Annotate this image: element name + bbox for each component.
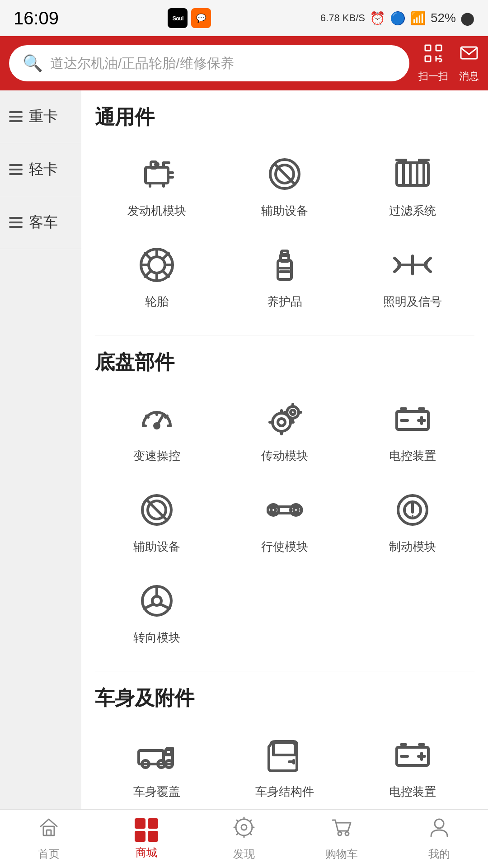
grid-item-brake[interactable]: 制动模块: [351, 480, 474, 562]
svg-line-37: [163, 271, 169, 277]
grid-item-engine[interactable]: 发动机模块: [95, 144, 218, 226]
home-icon: [38, 816, 60, 843]
svg-line-90: [160, 604, 169, 609]
svg-point-85: [412, 515, 413, 517]
tab-mall[interactable]: 商城: [98, 810, 195, 868]
search-bar[interactable]: 🔍 道达尔机油/正品轮胎/维修保养: [9, 45, 409, 81]
svg-line-120: [237, 820, 238, 821]
grid-item-truck-body[interactable]: 车身覆盖: [95, 725, 218, 807]
status-right: 6.78 KB/S ⏰ 🔵 📶 52% ⬤: [320, 11, 474, 26]
search-icon: 🔍: [23, 54, 43, 73]
network-speed: 6.78 KB/S: [320, 12, 365, 24]
grid-item-steering[interactable]: 转向模块: [95, 571, 218, 653]
care-label: 养护品: [267, 294, 302, 310]
grid-item-gear[interactable]: 传动模块: [223, 389, 346, 471]
battery-icon: ⬤: [460, 11, 474, 26]
battery1-label: 电控装置: [389, 448, 436, 464]
brake-icon: [390, 487, 435, 533]
menu-icon-heavy: [9, 111, 23, 122]
svg-point-126: [345, 832, 349, 835]
svg-rect-40: [278, 260, 291, 279]
engine-label: 发动机模块: [127, 203, 186, 219]
drive-label: 行使模块: [261, 539, 308, 555]
grid-item-door[interactable]: 车身结构件: [223, 725, 346, 807]
sidebar-item-light-truck[interactable]: 轻卡: [0, 143, 81, 196]
tab-discover-label: 发现: [233, 847, 255, 861]
grid-item-light1[interactable]: 照明及信号: [351, 235, 474, 317]
grid-item-filter[interactable]: 过滤系统: [351, 144, 474, 226]
sidebar-item-bus[interactable]: 客车: [0, 196, 81, 249]
grid-item-care[interactable]: 养护品: [223, 235, 346, 317]
status-bar: 16:09 Soul 💬 6.78 KB/S ⏰ 🔵 📶 52% ⬤: [0, 0, 488, 36]
scan-button[interactable]: 扫一扫: [418, 43, 448, 83]
tab-discover[interactable]: 发现: [195, 810, 293, 868]
content-area: 通用件: [81, 90, 488, 868]
transmission-icon: [134, 396, 179, 442]
tab-home-label: 首页: [38, 847, 60, 861]
svg-point-127: [435, 819, 444, 828]
sidebar-label-bus: 客车: [29, 212, 58, 232]
grid-item-tire[interactable]: 轮胎: [95, 235, 218, 317]
svg-rect-114: [47, 830, 51, 835]
grid-item-battery2[interactable]: 电控装置: [351, 725, 474, 807]
bluetooth-icon: 🔵: [390, 11, 406, 26]
svg-rect-0: [425, 45, 431, 51]
grid-item-aux2[interactable]: 辅助设备: [95, 480, 218, 562]
tab-cart-label: 购物车: [325, 847, 358, 861]
search-placeholder: 道达尔机油/正品轮胎/维修保养: [50, 54, 234, 73]
engine-icon: [134, 151, 179, 197]
soul-app-icon: Soul: [168, 8, 188, 28]
truck-body-label: 车身覆盖: [133, 784, 180, 800]
tab-home[interactable]: 首页: [0, 810, 98, 868]
battery-text: 52%: [431, 11, 456, 25]
message-label: 消息: [459, 70, 479, 83]
svg-line-89: [144, 604, 154, 609]
menu-icon-bus: [9, 217, 23, 228]
section-chassis: 底盘部件: [95, 349, 474, 653]
light1-label: 照明及信号: [383, 294, 442, 310]
care-icon: [262, 242, 307, 288]
grid-item-transmission[interactable]: 变速操控: [95, 389, 218, 471]
scan-icon: [423, 43, 443, 68]
divider-2: [95, 671, 474, 671]
svg-rect-8: [461, 47, 477, 59]
message-button[interactable]: 消息: [459, 43, 479, 83]
signal-icon: 📶: [410, 11, 426, 26]
tab-profile-label: 我的: [428, 847, 450, 861]
chassis-grid: 变速操控: [95, 389, 474, 653]
svg-line-122: [250, 820, 251, 821]
mall-icon: [135, 818, 158, 842]
aux1-icon: [262, 151, 307, 197]
grid-item-battery1[interactable]: 电控装置: [351, 389, 474, 471]
steering-icon: [134, 578, 179, 623]
svg-rect-9: [145, 167, 168, 183]
svg-line-121: [250, 833, 251, 835]
steering-label: 转向模块: [133, 630, 180, 646]
tab-profile[interactable]: 我的: [390, 810, 488, 868]
svg-point-55: [278, 419, 285, 426]
tab-cart[interactable]: 购物车: [293, 810, 390, 868]
transmission-label: 变速操控: [133, 448, 180, 464]
tire-icon: [134, 242, 179, 288]
cart-icon: [331, 816, 352, 843]
svg-line-39: [145, 271, 151, 277]
alarm-icon: ⏰: [370, 11, 385, 26]
svg-point-60: [287, 406, 299, 418]
svg-point-48: [155, 424, 159, 428]
door-icon: [262, 732, 307, 778]
door-label: 车身结构件: [255, 784, 314, 800]
section-title-general: 通用件: [95, 104, 474, 131]
sidebar-item-heavy-truck[interactable]: 重卡: [0, 90, 81, 143]
svg-point-124: [241, 825, 247, 830]
grid-item-drive[interactable]: 行使模块: [223, 480, 346, 562]
battery2-icon: [390, 732, 435, 778]
discover-icon: [233, 816, 255, 843]
message-icon: [459, 43, 479, 68]
filter-icon: [390, 151, 435, 197]
sidebar-label-light-truck: 轻卡: [29, 160, 58, 179]
svg-point-81: [294, 508, 298, 512]
grid-item-aux1[interactable]: 辅助设备: [223, 144, 346, 226]
chat-app-icon: 💬: [191, 8, 211, 28]
brake-label: 制动模块: [389, 539, 436, 555]
section-general-parts: 通用件: [95, 104, 474, 317]
